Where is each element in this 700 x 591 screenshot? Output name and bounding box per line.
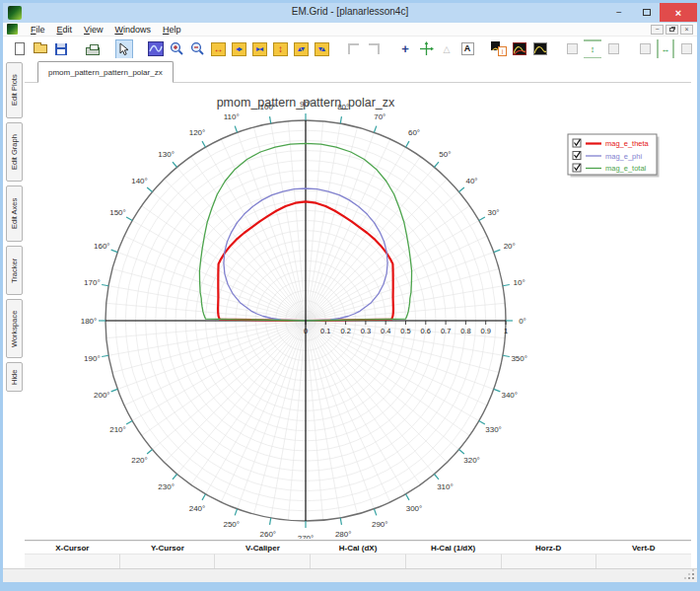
pan-plot-button[interactable] bbox=[147, 39, 165, 59]
gray-box-icon bbox=[567, 43, 578, 54]
menu-windows[interactable]: Windows bbox=[108, 25, 157, 35]
text-label-button[interactable]: A bbox=[458, 39, 476, 59]
sidebar-item-edit-graph[interactable]: Edit Graph bbox=[6, 122, 23, 182]
h-align-right-box[interactable] bbox=[677, 39, 695, 59]
svg-text:pmom_pattern_pattern_polar_zx: pmom_pattern_pattern_polar_zx bbox=[217, 96, 395, 110]
sidebar-item-workspace[interactable]: Workspace bbox=[6, 299, 23, 358]
menu-file[interactable]: File bbox=[25, 25, 51, 35]
corner-left-icon bbox=[348, 43, 359, 54]
svg-text:290°: 290° bbox=[372, 520, 388, 529]
minimize-button[interactable]: − bbox=[606, 3, 632, 22]
cursor-headers: X-Cursor Y-Cursor V-Caliper H-Cal (dX) H… bbox=[25, 541, 691, 554]
maximize-button[interactable] bbox=[634, 3, 660, 22]
corner-tool-left-button[interactable] bbox=[344, 39, 362, 59]
h-fit-button[interactable]: ▸◂ bbox=[250, 39, 268, 59]
v-fit-button[interactable]: ▾▴ bbox=[313, 39, 330, 59]
v-align-left-box[interactable] bbox=[563, 39, 581, 59]
menu-edit[interactable]: Edit bbox=[51, 25, 79, 35]
v-scroll-icon: ▴▾ bbox=[294, 42, 309, 56]
svg-text:0.4: 0.4 bbox=[381, 327, 390, 335]
svg-text:310°: 310° bbox=[437, 482, 454, 491]
v-fit-icon: ▾▴ bbox=[315, 42, 329, 56]
shape-tool-button[interactable]: △ bbox=[438, 39, 455, 59]
cursor-arrow-icon bbox=[118, 42, 130, 56]
v-scroll-button[interactable]: ▴▾ bbox=[292, 39, 310, 59]
h-zoom-full-button[interactable]: ↔ bbox=[209, 39, 227, 59]
gray-box-icon bbox=[681, 43, 692, 54]
zoom-in-button[interactable] bbox=[168, 39, 185, 59]
plot-style-dark-button[interactable] bbox=[531, 39, 549, 59]
mdi-close-button[interactable]: × bbox=[680, 25, 693, 35]
svg-text:250°: 250° bbox=[223, 520, 240, 529]
polar-plot-area[interactable]: 0°10°20°30°40°50°60°70°80°90°100°110°120… bbox=[25, 83, 690, 539]
app-window: EM.Grid - [planarlesson4c] − × File Edit… bbox=[0, 0, 700, 591]
tab-pmom-pattern-polar-zx[interactable]: pmom_pattern_pattern_polar_zx bbox=[37, 61, 174, 83]
h-distribute-button[interactable]: ↔ bbox=[657, 39, 674, 59]
print-button[interactable] bbox=[84, 39, 102, 59]
svg-text:130°: 130° bbox=[158, 150, 175, 159]
zoom-out-button[interactable] bbox=[188, 39, 206, 59]
h-scroll-button[interactable]: ◂▸ bbox=[230, 39, 247, 59]
h-cal-dx-value bbox=[310, 554, 405, 568]
corner-tool-right-button[interactable] bbox=[365, 39, 383, 59]
svg-text:0.2: 0.2 bbox=[340, 327, 350, 335]
v-expand-icon: ↕ bbox=[273, 42, 288, 56]
v-align-right-box[interactable] bbox=[604, 39, 622, 59]
sidebar-item-tracker[interactable]: Tracker bbox=[6, 246, 23, 295]
pan-plot-icon bbox=[148, 41, 164, 56]
menu-view[interactable]: View bbox=[78, 25, 108, 35]
h-cal-dx-header: H-Cal (dX) bbox=[311, 544, 406, 553]
menu-bar: File Edit View Windows Help − × bbox=[3, 23, 697, 37]
svg-text:320°: 320° bbox=[463, 456, 480, 465]
svg-text:140°: 140° bbox=[131, 177, 148, 185]
svg-text:270°: 270° bbox=[298, 534, 315, 540]
new-file-icon bbox=[15, 42, 25, 55]
open-file-button[interactable] bbox=[32, 39, 49, 59]
plot-style-red-button[interactable] bbox=[511, 39, 528, 59]
mdi-restore-icon-front bbox=[669, 28, 674, 32]
sidebar-item-hide[interactable]: Hide bbox=[6, 362, 23, 392]
h-scroll-icon: ◂▸ bbox=[232, 42, 246, 56]
menu-help[interactable]: Help bbox=[157, 25, 187, 35]
open-folder-icon bbox=[34, 44, 47, 53]
close-button[interactable]: × bbox=[660, 3, 697, 22]
svg-text:60°: 60° bbox=[408, 128, 420, 137]
pointer-tool-button[interactable] bbox=[115, 39, 133, 59]
h-fit-icon: ▸◂ bbox=[252, 42, 267, 56]
plot-wave-icon bbox=[533, 42, 547, 55]
sidebar-item-edit-axes[interactable]: Edit Axes bbox=[6, 185, 23, 242]
svg-text:210°: 210° bbox=[109, 425, 126, 434]
h-cal-1dx-header: H-Cal (1/dX) bbox=[405, 544, 501, 553]
zoom-out-icon bbox=[190, 41, 205, 56]
mdi-minimize-button[interactable]: − bbox=[651, 25, 664, 35]
svg-text:0.3: 0.3 bbox=[361, 327, 371, 335]
svg-text:300°: 300° bbox=[406, 504, 423, 513]
svg-text:260°: 260° bbox=[260, 530, 277, 539]
polar-chart: 0°10°20°30°40°50°60°70°80°90°100°110°120… bbox=[25, 83, 690, 539]
svg-text:mag_e_theta: mag_e_theta bbox=[605, 139, 650, 148]
save-button[interactable] bbox=[52, 39, 70, 59]
toolbar: ↔ ◂▸ ▸◂ ↕ ▴▾ ▾▴ + △ A i ↕ ↔ bbox=[3, 37, 697, 60]
svg-text:230°: 230° bbox=[158, 482, 175, 491]
resize-grip[interactable] bbox=[692, 577, 694, 579]
svg-text:280°: 280° bbox=[335, 530, 352, 539]
mdi-restore-button[interactable] bbox=[665, 25, 678, 35]
plot-info-button[interactable]: i bbox=[490, 39, 508, 59]
v-distribute-button[interactable]: ↕ bbox=[584, 39, 601, 59]
vert-d-header: Vert-D bbox=[595, 544, 691, 553]
horz-d-header: Horz-D bbox=[501, 544, 596, 553]
sidebar-item-edit-plots[interactable]: Edit Plots bbox=[6, 62, 23, 118]
add-marker-button[interactable]: + bbox=[396, 39, 414, 59]
svg-text:150°: 150° bbox=[109, 208, 126, 217]
tracker-axes-button[interactable] bbox=[417, 39, 435, 59]
v-zoom-full-button[interactable]: ↕ bbox=[271, 39, 289, 59]
new-file-button[interactable] bbox=[11, 39, 29, 59]
status-bar bbox=[3, 568, 697, 582]
mdi-window-controls: − × bbox=[651, 25, 693, 35]
svg-text:110°: 110° bbox=[224, 112, 240, 121]
plot-info-icon: i bbox=[491, 41, 507, 56]
document-logo-icon bbox=[7, 24, 18, 35]
svg-text:330°: 330° bbox=[485, 425, 502, 434]
x-cursor-header: X-Cursor bbox=[25, 544, 120, 553]
h-align-left-box[interactable] bbox=[636, 39, 654, 59]
